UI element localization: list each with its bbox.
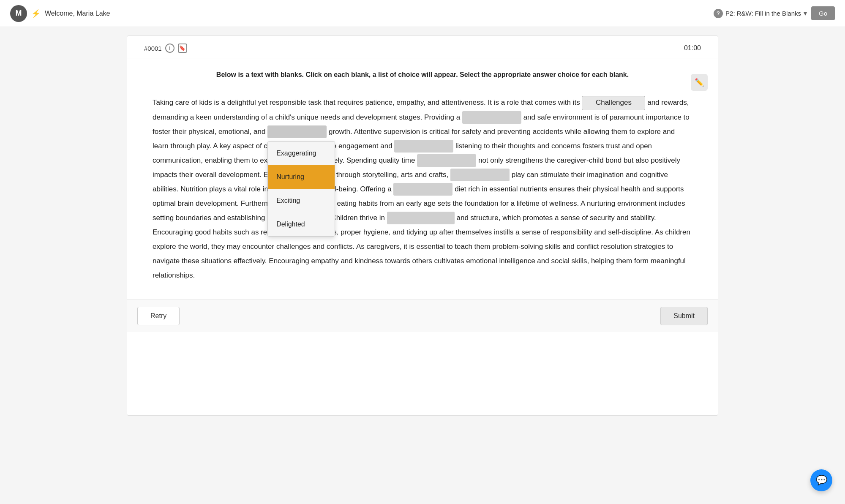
dropdown-item-nurturing[interactable]: Nurturing: [268, 165, 335, 189]
avatar: M: [10, 5, 27, 22]
blank-1[interactable]: Challenges: [582, 96, 645, 110]
blank-8[interactable]: [387, 212, 455, 224]
edit-button[interactable]: ✏️: [691, 74, 708, 91]
go-button[interactable]: Go: [811, 6, 835, 20]
blank-7[interactable]: [393, 183, 452, 196]
dropdown-item-exciting[interactable]: Exciting: [268, 189, 335, 212]
main-content: #0001 i 🔖 01:00 ✏️ Below is a text with …: [127, 35, 718, 416]
chevron-down-icon: ▾: [804, 9, 807, 17]
dropdown-menu: Exaggerating Nurturing Exciting Delighte…: [267, 141, 335, 237]
bookmark-icon[interactable]: 🔖: [178, 44, 187, 53]
retry-button[interactable]: Retry: [137, 307, 180, 325]
dropdown-item-delighted[interactable]: Delighted: [268, 212, 335, 236]
help-icon: ?: [714, 9, 723, 18]
dropdown-item-exaggerating[interactable]: Exaggerating: [268, 142, 335, 165]
app-header: M ⚡ Welcome, Maria Lake ? P2: R&W: Fill …: [0, 0, 845, 27]
question-type-selector[interactable]: ? P2: R&W: Fill in the Blanks ▾: [714, 9, 807, 18]
question-id-row: #0001 i 🔖: [144, 44, 187, 53]
welcome-text: Welcome, Maria Lake: [45, 10, 110, 17]
blank-6[interactable]: [450, 169, 510, 181]
blank-5[interactable]: [417, 154, 476, 167]
timer-display: 01:00: [684, 44, 701, 52]
blank-3-wrapper: Exaggerating Nurturing Exciting Delighte…: [267, 128, 329, 136]
chat-bubble[interactable]: 💬: [810, 469, 832, 491]
question-number: #0001: [144, 45, 162, 52]
bottom-bar: Retry Submit: [127, 300, 718, 332]
info-icon[interactable]: i: [165, 44, 174, 53]
blank-4[interactable]: [394, 140, 453, 153]
header-left: M ⚡ Welcome, Maria Lake: [10, 5, 110, 22]
question-type-label: P2: R&W: Fill in the Blanks: [725, 10, 801, 17]
passage: Taking care of kids is a delightful yet …: [127, 87, 718, 300]
instruction-text: Below is a text with blanks. Click on ea…: [127, 58, 718, 87]
passage-text-1: Taking care of kids is a delightful yet …: [153, 98, 580, 106]
submit-button[interactable]: Submit: [660, 307, 708, 325]
question-header: #0001 i 🔖 01:00: [127, 36, 718, 58]
lightning-icon: ⚡: [31, 9, 41, 18]
edit-icon-container: ✏️: [691, 74, 708, 91]
blank-3[interactable]: [267, 125, 327, 138]
blank-2[interactable]: [462, 111, 521, 124]
header-right: ? P2: R&W: Fill in the Blanks ▾ Go: [714, 6, 835, 20]
